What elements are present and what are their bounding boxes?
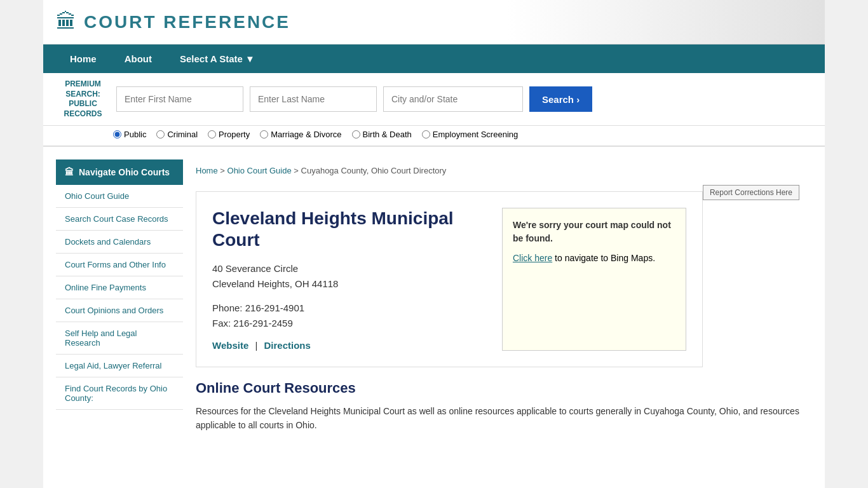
sidebar-header: 🏛 Navigate Ohio Courts: [56, 159, 183, 185]
court-address-line1: 40 Severance Circle: [212, 263, 298, 274]
premium-label: PREMIUM SEARCH: PUBLIC RECORDS: [56, 79, 110, 119]
court-address: 40 Severance Circle Cleveland Heights, O…: [212, 261, 489, 292]
logo-text: COURT REFERENCE: [84, 12, 290, 32]
city-state-input[interactable]: [383, 86, 523, 112]
pipe-separator: |: [255, 340, 257, 351]
record-type-selector: Public Criminal Property Marriage & Divo…: [43, 126, 825, 147]
last-name-input[interactable]: [250, 86, 377, 112]
report-corrections-button[interactable]: Report Corrections Here: [703, 185, 799, 200]
breadcrumb-home[interactable]: Home: [196, 166, 218, 175]
court-info-box: Cleveland Heights Municipal Court 40 Sev…: [196, 191, 703, 367]
main-content: Home > Ohio Court Guide > Cuyahoga Count…: [196, 159, 812, 477]
nav-select-state[interactable]: Select A State ▼: [166, 44, 269, 73]
bing-maps-link[interactable]: Click here: [513, 253, 552, 263]
content-wrapper: Home > Ohio Court Guide > Cuyahoga Count…: [196, 159, 812, 445]
sidebar-item-opinions[interactable]: Court Opinions and Orders: [56, 299, 183, 322]
sidebar-header-label: Navigate Ohio Courts: [79, 167, 170, 177]
nav-home[interactable]: Home: [56, 44, 111, 73]
map-not-found-box: We're sorry your court map could not be …: [502, 208, 686, 350]
sidebar-item-self-help[interactable]: Self Help and Legal Research: [56, 322, 183, 355]
court-phone: Phone: 216-291-4901 Fax: 216-291-2459: [212, 301, 489, 331]
breadcrumb-sep2: >: [294, 166, 301, 175]
search-bar: PREMIUM SEARCH: PUBLIC RECORDS Search ›: [43, 73, 825, 126]
sidebar-court-icon: 🏛: [65, 167, 74, 177]
radio-public[interactable]: Public: [113, 130, 146, 139]
breadcrumb-sep1: >: [220, 166, 227, 175]
online-resources-title: Online Court Resources: [196, 380, 799, 396]
map-bing-text: to navigate to Bing Maps.: [555, 253, 655, 263]
header-background: [507, 0, 825, 44]
court-icon: 🏛: [56, 10, 76, 34]
sidebar-item-find-by-county[interactable]: Find Court Records by Ohio County:: [56, 377, 183, 410]
sidebar-item-dockets[interactable]: Dockets and Calendars: [56, 231, 183, 254]
nav-about[interactable]: About: [111, 44, 166, 73]
online-resources-section: Online Court Resources Resources for the…: [196, 380, 799, 433]
main-layout: 🏛 Navigate Ohio Courts Ohio Court Guide …: [43, 147, 825, 488]
court-links: Website | Directions: [212, 340, 489, 351]
search-button[interactable]: Search ›: [529, 86, 592, 112]
sidebar-item-legal-aid[interactable]: Legal Aid, Lawyer Referral: [56, 355, 183, 377]
court-details: Cleveland Heights Municipal Court 40 Sev…: [212, 208, 489, 350]
breadcrumb: Home > Ohio Court Guide > Cuyahoga Count…: [196, 159, 799, 185]
court-name: Cleveland Heights Municipal Court: [212, 208, 489, 250]
court-phone-number: Phone: 216-291-4901: [212, 302, 304, 313]
radio-employment[interactable]: Employment Screening: [422, 130, 518, 139]
map-not-found-title: We're sorry your court map could not be …: [513, 219, 675, 245]
radio-marriage-divorce[interactable]: Marriage & Divorce: [260, 130, 341, 139]
header: 🏛 COURT REFERENCE: [43, 0, 825, 44]
radio-property[interactable]: Property: [208, 130, 250, 139]
court-fax-number: Fax: 216-291-2459: [212, 318, 293, 329]
sidebar-item-fine-payments[interactable]: Online Fine Payments: [56, 276, 183, 299]
logo: 🏛 COURT REFERENCE: [56, 10, 290, 34]
court-website-link[interactable]: Website: [212, 340, 248, 351]
online-resources-description: Resources for the Cleveland Heights Muni…: [196, 404, 799, 433]
court-address-line2: Cleveland Heights, OH 44118: [212, 278, 338, 289]
sidebar-item-case-records[interactable]: Search Court Case Records: [56, 208, 183, 231]
court-directions-link[interactable]: Directions: [264, 340, 311, 351]
breadcrumb-current: Cuyahoga County, Ohio Court Directory: [301, 166, 447, 175]
radio-criminal[interactable]: Criminal: [156, 130, 198, 139]
nav-bar: Home About Select A State ▼: [43, 44, 825, 73]
map-bing-row: Click here to navigate to Bing Maps.: [513, 252, 675, 265]
sidebar-item-ohio-court-guide[interactable]: Ohio Court Guide: [56, 185, 183, 208]
first-name-input[interactable]: [116, 86, 243, 112]
breadcrumb-court-guide[interactable]: Ohio Court Guide: [227, 166, 292, 175]
radio-birth-death[interactable]: Birth & Death: [352, 130, 412, 139]
sidebar-item-forms[interactable]: Court Forms and Other Info: [56, 254, 183, 276]
sidebar: 🏛 Navigate Ohio Courts Ohio Court Guide …: [56, 159, 183, 477]
